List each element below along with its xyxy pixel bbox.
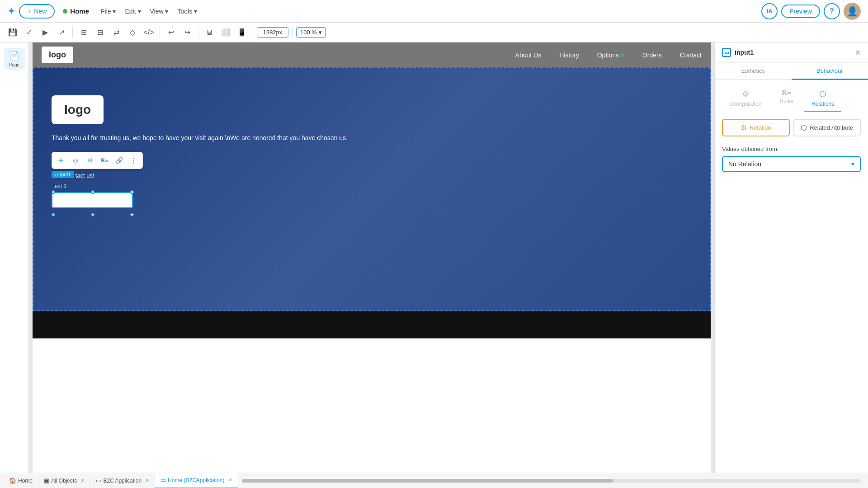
bottom-tab-home[interactable]: 🏠 Home (4, 473, 38, 488)
rules-tool[interactable]: ℝ∞ (98, 154, 111, 167)
panel-tabs: Esthetics Behaviour (715, 63, 868, 80)
scrollbar-area (238, 479, 865, 483)
toolbar: 💾 ✓ ▶ ↗ ⊞ ⊟ ⇄ ◇ </> ↩ ↪ 🖥 ⬜ 📱 100 % ▾ (0, 23, 868, 42)
avatar[interactable]: 👤 (844, 3, 861, 20)
chevron-left-icon: ‹ (54, 172, 56, 177)
handle-br (130, 213, 134, 216)
subtab-rules[interactable]: ℝ∞ Rules (772, 85, 801, 112)
divider2 (160, 27, 160, 38)
components-button[interactable]: ⊞ (76, 25, 91, 40)
desktop-view[interactable]: 🖥 (202, 25, 217, 40)
values-label: Values obtained from: (722, 145, 861, 152)
relation-button[interactable]: ⚙ Relation (722, 119, 790, 136)
redo-button[interactable]: ↪ (180, 25, 194, 40)
close-all-objects[interactable]: ✕ (80, 478, 85, 483)
zoom-selector[interactable]: 100 % ▾ (296, 27, 326, 38)
app-logo-icon: ✦ (7, 5, 15, 17)
bottom-tab-b2c-app[interactable]: ▭ B2C Application ✕ (90, 473, 155, 488)
tablet-view[interactable]: ⬜ (218, 25, 233, 40)
hero-content: logo Thank you all for trusting us, we h… (52, 95, 692, 208)
home-label: Home (63, 7, 89, 15)
hero-section: logo Thank you all for trusting us, we h… (33, 67, 711, 311)
handle-bl (52, 213, 55, 216)
close-b2c[interactable]: ✕ (145, 478, 149, 483)
close-home-b2c[interactable]: ✕ (228, 477, 232, 483)
topbar: ✦ + New Home File ▾ Edit ▾ View ▾ Tools … (0, 0, 868, 23)
menu-edit[interactable]: Edit ▾ (122, 6, 145, 17)
values-selected: No Relation (728, 160, 761, 168)
datasource-button[interactable]: ⇄ (109, 25, 123, 40)
sub-tabs: ⚙ Configuration ℝ∞ Rules ⬡ Relations (715, 80, 868, 112)
site-nav-logo: logo (42, 47, 73, 63)
save-button[interactable]: 💾 (5, 25, 20, 40)
nav-options[interactable]: Options (597, 52, 624, 59)
horizontal-scrollbar[interactable] (242, 479, 861, 483)
relations-icon: ⬡ (819, 89, 826, 99)
nav-active-dot (621, 53, 624, 57)
relations-content: ⚙ Relation ⬡ Related Attribute Values ob… (715, 112, 868, 179)
menu-file[interactable]: File ▾ (97, 6, 119, 17)
menu-view[interactable]: View ▾ (146, 6, 172, 17)
mobile-view[interactable]: 📱 (235, 25, 249, 40)
sidebar-item-page[interactable]: 📄 Page (4, 48, 25, 70)
home-b2c-icon: ▭ (160, 477, 166, 483)
subtab-relations[interactable]: ⬡ Relations (804, 85, 841, 112)
nav-contact[interactable]: Contact (680, 52, 702, 59)
check-button[interactable]: ✓ (22, 25, 36, 40)
config-icon: ⚙ (742, 89, 749, 99)
panel-title: ▭ input1 (722, 48, 754, 57)
input-field[interactable] (52, 192, 133, 208)
hero-text: Thank you all for trusting us, we hope t… (52, 133, 692, 143)
undo-button[interactable]: ↩ (164, 25, 178, 40)
divider1 (72, 27, 73, 38)
export-button[interactable]: ↗ (54, 25, 69, 40)
b2c-icon: ▭ (96, 477, 101, 484)
home-dot (63, 9, 67, 14)
tab-behaviour[interactable]: Behaviour (792, 63, 868, 80)
ia-button[interactable]: IA (761, 3, 778, 19)
chevron-down-icon: ▾ (851, 160, 854, 168)
input-container: ✛ ◎ ⚙ ℝ∞ 🔗 ⋮ ‹ input1 tact (52, 152, 692, 208)
help-button[interactable]: ? (824, 3, 840, 19)
divider3 (198, 27, 198, 38)
divider4 (253, 27, 253, 38)
menu-tools[interactable]: Tools ▾ (174, 6, 201, 17)
menu-bar: File ▾ Edit ▾ View ▾ Tools ▾ (97, 6, 201, 17)
logic-button[interactable]: ◇ (125, 25, 140, 40)
bottom-bar: 🏠 Home ▣ All Objects ✕ ▭ B2C Application… (0, 473, 868, 488)
relation-btn-icon: ⚙ (741, 123, 747, 132)
nav-about[interactable]: About Us (515, 52, 542, 59)
more-tool[interactable]: ⋮ (127, 154, 140, 167)
nav-orders[interactable]: Orders (642, 52, 662, 59)
tab-esthetics[interactable]: Esthetics (715, 63, 792, 80)
select-tool[interactable]: ◎ (69, 154, 82, 167)
subtab-configuration[interactable]: ⚙ Configuration (722, 85, 769, 112)
bottom-tab-home-b2c[interactable]: ▭ Home (B2CApplication) ✕ (155, 473, 238, 488)
nav-history[interactable]: History (559, 52, 579, 59)
layers-button[interactable]: ⊟ (93, 25, 107, 40)
preview-button[interactable]: Preview (781, 5, 820, 18)
values-dropdown[interactable]: No Relation ▾ (722, 156, 861, 172)
chevron-down-icon: ▾ (319, 29, 322, 36)
contact-text: tact us! (75, 172, 94, 179)
new-button[interactable]: + New (19, 4, 55, 19)
panel-close-button[interactable]: ✕ (855, 48, 861, 57)
move-tool[interactable]: ✛ (55, 154, 67, 167)
canvas-area[interactable]: logo About Us History Options Orders Con… (29, 42, 714, 473)
left-sidebar: 📄 Page (0, 42, 29, 473)
panel-input-icon: ▭ (722, 48, 731, 57)
related-attr-label: Related Attribute (810, 124, 853, 131)
settings-tool[interactable]: ⚙ (84, 154, 96, 167)
scrollbar-thumb (242, 479, 613, 483)
code-button[interactable]: </> (142, 25, 156, 40)
input-tag: ‹ input1 (52, 171, 74, 178)
panel-header: ▭ input1 ✕ (715, 42, 868, 63)
website-preview: logo About Us History Options Orders Con… (33, 42, 711, 473)
link-tool[interactable]: 🔗 (113, 154, 125, 167)
related-attribute-button[interactable]: ⬡ Related Attribute (793, 119, 861, 136)
divider5 (292, 27, 292, 38)
home-tab-icon: 🏠 (9, 477, 16, 484)
width-input[interactable] (257, 27, 288, 38)
bottom-tab-all-objects[interactable]: ▣ All Objects ✕ (38, 473, 90, 488)
play-button[interactable]: ▶ (38, 25, 52, 40)
